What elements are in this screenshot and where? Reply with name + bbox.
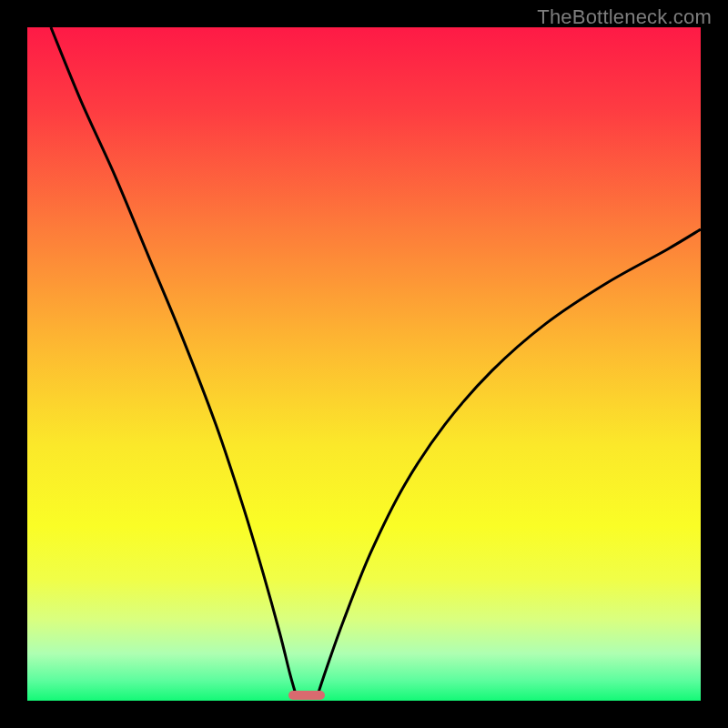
right-curve — [317, 229, 701, 697]
bottleneck-curves — [27, 27, 701, 701]
chart-frame: TheBottleneck.com — [0, 0, 728, 728]
left-curve — [51, 27, 297, 697]
plot-area — [27, 27, 701, 701]
watermark-text: TheBottleneck.com — [537, 5, 712, 29]
bottleneck-marker — [288, 691, 326, 700]
